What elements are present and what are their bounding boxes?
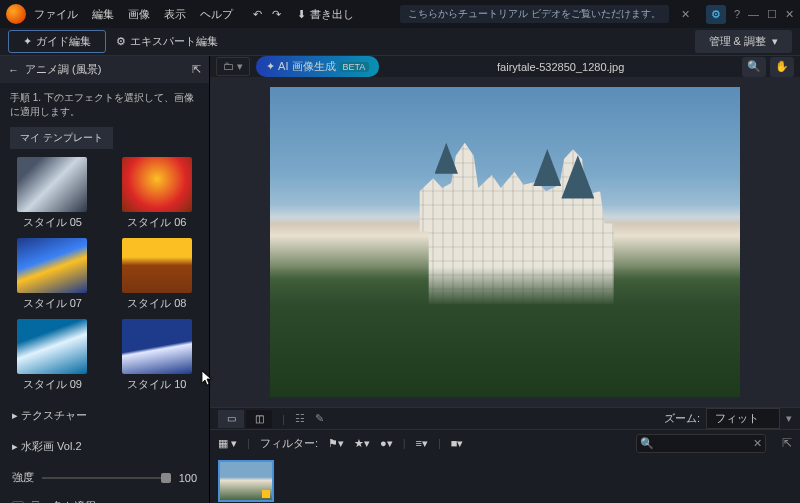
menu-help[interactable]: ヘルプ xyxy=(200,7,233,22)
histogram-icon[interactable]: ☷ xyxy=(295,412,305,425)
slider-track[interactable] xyxy=(42,477,171,479)
brush-icon[interactable]: ✎ xyxy=(315,412,324,425)
tutorial-banner[interactable]: こちらからチュートリアル ビデオをご覧いただけます。 xyxy=(400,5,669,23)
section-label: テクスチャー xyxy=(21,409,87,421)
compare-view-icon[interactable]: ◫ xyxy=(246,410,272,428)
expert-edit-button[interactable]: ⚙ エキスパート編集 xyxy=(116,34,218,49)
filmstrip: ▦ ▾ | フィルター: ⚑▾ ★▾ ●▾ | ≡▾ | ■▾ 🔍 ✕ ⇱ xyxy=(210,429,800,503)
style-label: スタイル 10 xyxy=(127,378,186,390)
download-icon: ⬇ xyxy=(297,8,306,21)
viewer-header: 🗀 ▾ ✦ AI 画像生成 BETA fairytale-532850_1280… xyxy=(210,56,800,77)
pan-tool-icon[interactable]: ✋ xyxy=(770,57,794,77)
settings-icon[interactable]: ⚙ xyxy=(706,5,726,24)
thumbnail-strip xyxy=(210,456,800,503)
style-thumb xyxy=(122,319,192,374)
expert-label: エキスパート編集 xyxy=(130,34,218,49)
close-banner-icon[interactable]: ✕ xyxy=(681,8,690,21)
menu-image[interactable]: 画像 xyxy=(128,7,150,22)
original-color-checkbox[interactable]: 元の色を適用 xyxy=(0,493,209,503)
zoom-tool-icon[interactable]: 🔍 xyxy=(742,57,766,77)
maximize-icon[interactable]: ☐ xyxy=(767,8,777,21)
instruction-text: 手順 1. 下のエフェクトを選択して、画像に適用します。 xyxy=(0,83,209,127)
main-menu: ファイル 編集 画像 表示 ヘルプ xyxy=(34,7,233,22)
ai-label: AI 画像生成 xyxy=(278,59,335,74)
manage-label: 管理 & 調整 xyxy=(709,34,766,49)
menu-file[interactable]: ファイル xyxy=(34,7,78,22)
close-icon[interactable]: ✕ xyxy=(785,8,794,21)
search-input[interactable] xyxy=(636,434,766,453)
guide-edit-button[interactable]: ✦ ガイド編集 xyxy=(8,30,106,53)
section-watercolor[interactable]: ▸ 水彩画 Vol.2 xyxy=(0,431,209,462)
viewer-footer: ▭ ◫ | ☷ ✎ ズーム: フィット ▾ xyxy=(210,407,800,429)
sidebar-title: アニメ調 (風景) xyxy=(25,62,186,77)
redo-icon[interactable]: ↷ xyxy=(272,8,281,21)
guide-label: ガイド編集 xyxy=(36,34,91,49)
style-label: スタイル 09 xyxy=(23,378,82,390)
circle-icon[interactable]: ●▾ xyxy=(380,437,393,450)
image-canvas[interactable] xyxy=(210,77,800,407)
sparkle-icon: ✦ xyxy=(266,60,275,73)
style-label: スタイル 08 xyxy=(127,297,186,309)
style-grid: スタイル 05 スタイル 06 スタイル 07 スタイル 08 スタイル 09 … xyxy=(0,149,209,400)
effects-sidebar: ← アニメ調 (風景) ⇱ 手順 1. 下のエフェクトを選択して、画像に適用しま… xyxy=(0,56,210,503)
manage-button[interactable]: 管理 & 調整 ▾ xyxy=(695,30,792,53)
style-thumb xyxy=(17,319,87,374)
style-thumb xyxy=(17,238,87,293)
wand-icon: ✦ xyxy=(23,35,32,48)
filmstrip-toolbar: ▦ ▾ | フィルター: ⚑▾ ★▾ ●▾ | ≡▾ | ■▾ 🔍 ✕ ⇱ xyxy=(210,430,800,456)
style-label: スタイル 05 xyxy=(23,216,82,228)
undo-icon[interactable]: ↶ xyxy=(253,8,262,21)
window-controls: ⚙ ? — ☐ ✕ xyxy=(706,5,794,24)
app-logo xyxy=(6,4,26,24)
layout-icon[interactable]: ▦ ▾ xyxy=(218,437,237,450)
style-item[interactable]: スタイル 08 xyxy=(115,238,200,311)
star-icon[interactable]: ★▾ xyxy=(354,437,370,450)
minimize-icon[interactable]: — xyxy=(748,8,759,20)
zoom-value: フィット xyxy=(715,412,759,424)
beta-badge: BETA xyxy=(339,62,370,72)
flag-icon[interactable]: ⚑▾ xyxy=(328,437,344,450)
strength-label: 強度 xyxy=(12,470,34,485)
viewer-panel: 🗀 ▾ ✦ AI 画像生成 BETA fairytale-532850_1280… xyxy=(210,56,800,503)
style-item[interactable]: スタイル 05 xyxy=(10,157,95,230)
zoom-label: ズーム: xyxy=(664,411,700,426)
thumbnail-item[interactable] xyxy=(218,460,274,502)
style-label: スタイル 07 xyxy=(23,297,82,309)
checkbox-label: 元の色を適用 xyxy=(30,499,96,503)
folder-icon[interactable]: 🗀 ▾ xyxy=(216,57,250,76)
section-label: 水彩画 Vol.2 xyxy=(21,440,82,452)
style-thumb xyxy=(122,157,192,212)
sort-icon[interactable]: ≡▾ xyxy=(416,437,428,450)
style-thumb xyxy=(122,238,192,293)
sidebar-header: ← アニメ調 (風景) ⇱ xyxy=(0,56,209,83)
export-label: 書き出し xyxy=(310,7,354,22)
style-item[interactable]: スタイル 07 xyxy=(10,238,95,311)
filter-label: フィルター: xyxy=(260,436,318,451)
single-view-icon[interactable]: ▭ xyxy=(218,410,244,428)
back-icon[interactable]: ← xyxy=(8,64,19,76)
menu-view[interactable]: 表示 xyxy=(164,7,186,22)
tag-icon[interactable]: ■▾ xyxy=(451,437,464,450)
clear-search-icon[interactable]: ✕ xyxy=(753,437,762,450)
export-button[interactable]: ⬇ 書き出し xyxy=(297,7,354,22)
style-item[interactable]: スタイル 10 xyxy=(115,319,200,392)
detach-icon[interactable]: ⇱ xyxy=(192,63,201,76)
ai-generate-button[interactable]: ✦ AI 画像生成 BETA xyxy=(256,56,379,77)
strength-value: 100 xyxy=(179,472,197,484)
zoom-select[interactable]: フィット xyxy=(706,408,780,429)
section-texture[interactable]: ▸ テクスチャー xyxy=(0,400,209,431)
chevron-down-icon[interactable]: ▾ xyxy=(786,412,792,425)
menu-edit[interactable]: 編集 xyxy=(92,7,114,22)
help-icon[interactable]: ? xyxy=(734,8,740,20)
preview-image xyxy=(270,87,740,397)
search-box: 🔍 ✕ xyxy=(636,434,766,453)
my-templates-tab[interactable]: マイ テンプレート xyxy=(10,127,113,149)
style-thumb xyxy=(17,157,87,212)
chevron-down-icon: ▾ xyxy=(772,35,778,48)
style-item[interactable]: スタイル 09 xyxy=(10,319,95,392)
external-icon[interactable]: ⇱ xyxy=(782,436,792,450)
style-item[interactable]: スタイル 06 xyxy=(115,157,200,230)
strength-slider: 強度 100 xyxy=(0,462,209,493)
filename-display: fairytale-532850_1280.jpg xyxy=(385,61,736,73)
style-label: スタイル 06 xyxy=(127,216,186,228)
